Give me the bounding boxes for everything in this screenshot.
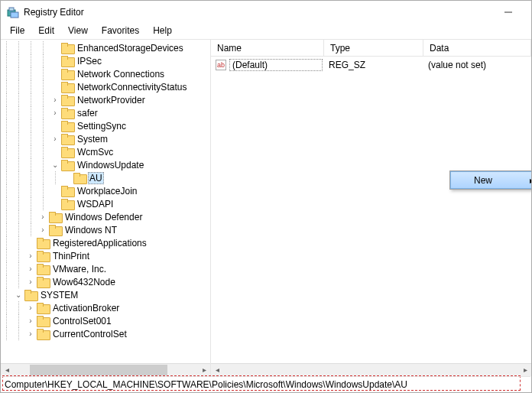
tree-item-label: Windows NT — [63, 225, 118, 235]
menu-file[interactable]: File — [4, 24, 31, 39]
scroll-thumb[interactable] — [30, 365, 167, 375]
col-name[interactable]: Name — [211, 40, 324, 57]
tree-item-label: VMware, Inc. — [51, 264, 108, 274]
minimize-button[interactable] — [491, 5, 525, 20]
expand-icon[interactable]: › — [25, 265, 36, 273]
folder-icon — [73, 173, 86, 184]
tree-item-networkconnectivitystatus[interactable]: NetworkConnectivityStatus — [1, 80, 210, 93]
folder-icon — [24, 290, 37, 300]
folder-icon — [37, 264, 49, 274]
folder-icon — [37, 316, 49, 326]
expand-icon[interactable]: › — [50, 96, 60, 104]
menu-item-new[interactable]: New ▸ — [450, 171, 532, 189]
folder-icon — [61, 43, 73, 54]
scroll-right-icon[interactable]: ▸ — [519, 364, 531, 376]
value-type: REG_SZ — [323, 60, 422, 70]
tree-item-label: System — [76, 134, 109, 145]
svg-rect-2 — [9, 8, 14, 11]
tree-item-label: NetworkConnectivityStatus — [76, 82, 188, 93]
list-row[interactable]: ab (Default) REG_SZ (value not set) — [211, 57, 531, 70]
scroll-left-icon[interactable]: ◂ — [1, 364, 13, 376]
statusbar: Computer\HKEY_LOCAL_MACHINE\SOFTWARE\Pol… — [2, 376, 530, 391]
tree-item-label: SettingSync — [76, 121, 128, 132]
tree-item-ipsec[interactable]: IPSec — [1, 54, 210, 67]
tree-item-system[interactable]: ›System — [1, 132, 210, 145]
expand-icon[interactable]: ⌄ — [50, 161, 60, 169]
menu-view[interactable]: View — [62, 24, 94, 39]
folder-icon — [37, 238, 49, 248]
tree-item-label: ThinPrint — [51, 251, 91, 261]
tree-item-label: WSDAPI — [76, 199, 115, 209]
regedit-icon — [7, 6, 19, 18]
col-type[interactable]: Type — [324, 40, 423, 57]
tree-item-system[interactable]: ⌄SYSTEM — [1, 288, 210, 301]
string-value-icon: ab — [216, 60, 226, 70]
folder-icon — [49, 225, 61, 235]
folder-icon — [49, 212, 61, 222]
tree-item-registeredapplications[interactable]: RegisteredApplications — [1, 236, 210, 249]
tree-item-workplacejoin[interactable]: WorkplaceJoin — [1, 184, 210, 197]
context-menu-new: New ▸ — [449, 171, 532, 190]
tree-item-label: ControlSet001 — [51, 316, 113, 326]
titlebar[interactable]: Registry Editor — [1, 1, 531, 24]
expand-icon[interactable]: › — [50, 135, 60, 143]
folder-icon — [37, 277, 49, 287]
window-title: Registry Editor — [24, 7, 84, 18]
tree-item-windows-defender[interactable]: ›Windows Defender — [1, 210, 210, 223]
expand-icon[interactable]: ⌄ — [13, 291, 24, 299]
tree-item-controlset001[interactable]: ›ControlSet001 — [1, 314, 210, 327]
tree-item-label: EnhancedStorageDevices — [76, 43, 185, 54]
folder-icon — [37, 303, 49, 313]
tree-item-label: AU — [88, 172, 104, 184]
scroll-left-icon[interactable]: ◂ — [211, 364, 223, 376]
tree-item-label: IPSec — [76, 56, 103, 67]
tree-hscrollbar[interactable]: ◂ ▸ — [1, 363, 210, 375]
tree-item-label: ActivationBroker — [51, 303, 121, 313]
expand-icon[interactable]: › — [50, 109, 60, 117]
tree-item-vmware-inc-[interactable]: ›VMware, Inc. — [1, 262, 210, 275]
scroll-thumb[interactable] — [223, 365, 519, 375]
tree-item-wsdapi[interactable]: WSDAPI — [1, 197, 210, 210]
menu-edit[interactable]: Edit — [32, 24, 60, 39]
tree-item-au[interactable]: AU — [1, 171, 210, 184]
tree-item-thinprint[interactable]: ›ThinPrint — [1, 249, 210, 262]
tree-panel: EnhancedStorageDevicesIPSecNetwork Conne… — [1, 40, 211, 375]
tree-item-label: NetworkProvider — [76, 95, 147, 106]
svg-rect-1 — [11, 12, 18, 18]
folder-icon — [61, 108, 73, 119]
menu-favorites[interactable]: Favorites — [96, 24, 145, 39]
tree-item-networkprovider[interactable]: ›NetworkProvider — [1, 93, 210, 106]
list-header: Name Type Data — [211, 40, 531, 57]
tree-item-label: WorkplaceJoin — [76, 186, 138, 196]
tree-item-windowsupdate[interactable]: ⌄WindowsUpdate — [1, 158, 210, 171]
expand-icon[interactable]: › — [25, 278, 36, 286]
value-data: (value not set) — [422, 60, 492, 70]
tree-item-wcmsvc[interactable]: WcmSvc — [1, 145, 210, 158]
menu-help[interactable]: Help — [147, 24, 178, 39]
expand-icon[interactable]: › — [25, 317, 36, 325]
tree-item-settingsync[interactable]: SettingSync — [1, 119, 210, 132]
status-path: Computer\HKEY_LOCAL_MACHINE\SOFTWARE\Pol… — [5, 379, 407, 390]
tree-item-wow6432node[interactable]: ›Wow6432Node — [1, 275, 210, 288]
col-data[interactable]: Data — [423, 40, 531, 57]
expand-icon[interactable]: › — [25, 330, 36, 338]
tree-item-currentcontrolset[interactable]: ›CurrentControlSet — [1, 327, 210, 340]
tree-item-windows-nt[interactable]: ›Windows NT — [1, 223, 210, 236]
folder-icon — [37, 329, 49, 339]
expand-icon[interactable]: › — [37, 226, 48, 234]
tree-item-enhancedstoragedevices[interactable]: EnhancedStorageDevices — [1, 41, 210, 54]
folder-icon — [61, 69, 73, 80]
tree-item-activationbroker[interactable]: ›ActivationBroker — [1, 301, 210, 314]
tree-item-label: Network Connections — [76, 69, 166, 80]
tree-item-label: Wow6432Node — [51, 277, 117, 287]
tree-item-safer[interactable]: ›safer — [1, 106, 210, 119]
expand-icon[interactable]: › — [25, 252, 36, 260]
list-panel: Name Type Data ab (Default) REG_SZ (valu… — [211, 40, 531, 375]
expand-icon[interactable]: › — [37, 213, 48, 221]
tree-item-label: RegisteredApplications — [51, 238, 148, 248]
scroll-right-icon[interactable]: ▸ — [198, 364, 210, 376]
list-hscrollbar[interactable]: ◂ ▸ — [211, 363, 531, 375]
tree-item-network-connections[interactable]: Network Connections — [1, 67, 210, 80]
tree-item-label: safer — [76, 108, 99, 119]
expand-icon[interactable]: › — [25, 304, 36, 312]
